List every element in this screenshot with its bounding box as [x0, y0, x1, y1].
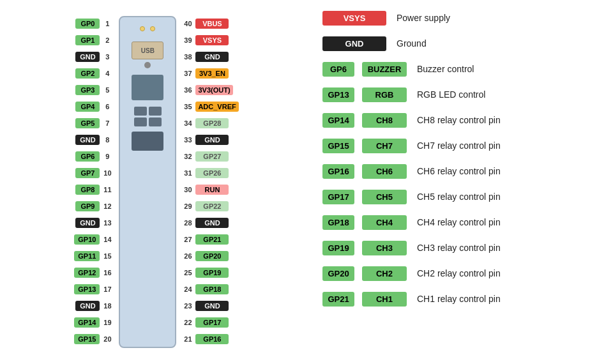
legend-row: GP20 CH2 CH2 relay control pin: [322, 262, 603, 285]
vsys-box: VSYS: [322, 11, 386, 26]
pin-number: 32: [183, 153, 193, 160]
pin-number: 9: [102, 153, 112, 160]
pin-box: GP17: [195, 317, 229, 328]
board-graphic: USB: [119, 16, 176, 348]
ch-box: BUZZER: [362, 62, 407, 77]
pin-number: 12: [102, 202, 112, 210]
pin-box: GP5: [75, 118, 100, 128]
gp-box: GP18: [322, 215, 354, 230]
pin-number: 18: [102, 302, 112, 310]
left-pin-row: GND 18: [74, 298, 112, 314]
board-ic: [132, 75, 163, 100]
pin-box: GND: [195, 301, 229, 311]
right-pin-row: 34 GP28: [183, 116, 238, 131]
pin-box: VSYS: [195, 35, 229, 45]
legend-section: VSYS Power supply GND Ground GP6 BUZZER …: [313, 0, 613, 364]
pin-number: 16: [102, 269, 112, 277]
gp-box: GP14: [322, 113, 354, 128]
pin-box: GP27: [195, 151, 229, 162]
left-pin-row: GP8 11: [74, 182, 112, 197]
pin-number: 11: [102, 186, 112, 193]
left-pin-row: GP15 20: [74, 331, 112, 347]
right-pins: 40 VBUS 39 VSYS 38 GND 37 3V3_EN 36 3V3(…: [183, 16, 238, 347]
gp-box: GP19: [322, 241, 354, 255]
pin-number: 39: [183, 36, 193, 44]
right-pin-row: 35 ADC_VREF: [183, 99, 238, 114]
board-chip-3: [134, 118, 147, 126]
left-pin-row: GP6 9: [74, 149, 112, 164]
right-pin-row: 26 GP20: [183, 248, 238, 264]
board-connector: [132, 132, 163, 151]
left-pins: GP0 1 GP1 2 GND 3 GP2 4 GP3 5 GP4 6 GP5 …: [74, 16, 112, 347]
pin-number: 7: [102, 119, 112, 127]
legend-row: GP19 CH3 CH3 relay control pin: [322, 236, 603, 259]
legend-text: CH4 relay control pin: [417, 217, 501, 227]
legend-row: VSYS Power supply: [322, 6, 603, 29]
gnd-box: GND: [322, 36, 386, 51]
pin-box: GND: [75, 135, 100, 145]
pin-number: 34: [183, 119, 193, 127]
legend-row: GP18 CH4 CH4 relay control pin: [322, 211, 603, 234]
pin-number: 23: [183, 302, 193, 310]
pin-box: GND: [195, 218, 229, 228]
pin-number: 17: [102, 285, 112, 293]
right-pin-row: 21 GP16: [183, 331, 238, 347]
pin-box: GP22: [195, 201, 229, 211]
left-pin-row: GP4 6: [74, 99, 112, 114]
pin-box: GP7: [75, 168, 100, 178]
legend-text: CH5 relay control pin: [417, 192, 501, 202]
pin-number: 8: [102, 136, 112, 144]
left-pin-row: GP1 2: [74, 33, 112, 48]
left-pin-row: GND 8: [74, 132, 112, 148]
right-pin-row: 25 GP19: [183, 265, 238, 280]
pin-box: GP10: [74, 234, 100, 245]
pin-number: 33: [183, 136, 193, 144]
pin-number: 37: [183, 70, 193, 77]
pin-box: GND: [75, 218, 100, 228]
legend-text: Ground: [397, 38, 427, 49]
left-pin-row: GP5 7: [74, 116, 112, 131]
legend-text: CH8 relay control pin: [417, 115, 501, 125]
pin-number: 26: [183, 252, 193, 260]
ch-box: RGB: [362, 87, 407, 102]
gp-box: GP20: [322, 266, 354, 281]
pin-number: 19: [102, 319, 112, 326]
right-pin-row: 29 GP22: [183, 199, 238, 214]
legend-row: GP17 CH5 CH5 relay control pin: [322, 185, 603, 208]
ch-box: CH8: [362, 113, 407, 128]
right-pin-row: 27 GP21: [183, 232, 238, 247]
pin-number: 13: [102, 219, 112, 227]
legend-row: GP21 CH1 CH1 relay control pin: [322, 287, 603, 310]
board-chip-4: [149, 118, 162, 126]
left-pin-row: GND 3: [74, 49, 112, 64]
pin-box: GP16: [195, 334, 229, 344]
pin-number: 14: [102, 236, 112, 243]
left-pin-row: GND 13: [74, 215, 112, 231]
left-pin-row: GP10 14: [74, 232, 112, 247]
pin-number: 6: [102, 103, 112, 110]
pin-box: GP8: [75, 185, 100, 195]
board-hole-2: [150, 26, 155, 31]
legend-row: GP16 CH6 CH6 relay control pin: [322, 160, 603, 183]
right-pin-row: 23 GND: [183, 298, 238, 314]
left-pin-row: GP11 15: [74, 248, 112, 264]
legend-text: CH6 relay control pin: [417, 166, 501, 176]
left-pin-row: GP2 4: [74, 66, 112, 81]
legend-text: CH1 relay control pin: [417, 294, 501, 304]
pin-box: GND: [195, 52, 229, 62]
pin-box: GP1: [75, 35, 100, 45]
gp-box: GP17: [322, 190, 354, 204]
pin-box: GP3: [75, 85, 100, 95]
pin-box: GP0: [75, 19, 100, 29]
pin-box: 3V3(OUT): [195, 85, 232, 95]
pin-box: GP15: [74, 334, 100, 344]
legend-text: Buzzer control: [417, 64, 474, 74]
pin-box: GP19: [195, 268, 229, 278]
pin-box: GND: [195, 135, 229, 145]
pin-box: RUN: [195, 185, 229, 195]
left-pin-row: GP3 5: [74, 82, 112, 98]
right-pin-row: 22 GP17: [183, 315, 238, 330]
pin-box: GP4: [75, 102, 100, 112]
pinout-diagram: GP0 1 GP1 2 GND 3 GP2 4 GP3 5 GP4 6 GP5 …: [0, 0, 313, 364]
ch-box: CH3: [362, 241, 407, 255]
